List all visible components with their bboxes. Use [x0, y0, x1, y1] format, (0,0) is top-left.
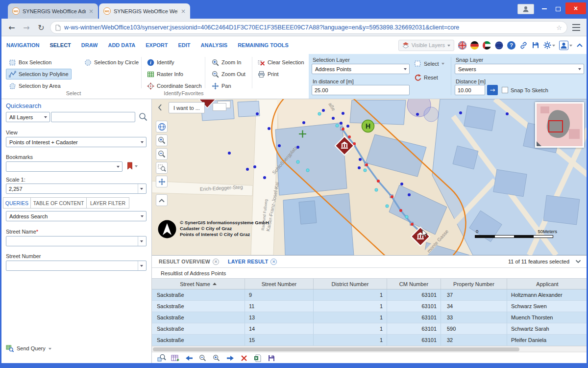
tab-table-of-content[interactable]: TABLE OF CONTENT: [30, 197, 87, 209]
settings-button[interactable]: [543, 41, 555, 49]
close-button[interactable]: ×: [565, 2, 586, 14]
collapse-sidebar-button[interactable]: [158, 104, 162, 111]
selection-by-circle-tool[interactable]: Selection by Circle: [81, 57, 142, 68]
quicksearch-search-button[interactable]: [139, 112, 147, 121]
uk-flag-icon[interactable]: [458, 41, 466, 50]
selection-layer-select[interactable]: Address Points: [312, 64, 410, 74]
quicksearch-input[interactable]: [51, 112, 135, 122]
scale-input[interactable]: [6, 184, 138, 193]
i-want-to-button[interactable]: I want to ...: [169, 102, 205, 113]
minimize-button[interactable]: [538, 4, 551, 14]
save-result-button[interactable]: [267, 353, 276, 363]
selection-by-area-tool[interactable]: Selection by Area: [6, 80, 64, 91]
column-header-applicant[interactable]: Applicant: [507, 279, 588, 289]
h-stop-marker[interactable]: H: [362, 120, 374, 132]
previous-result-button[interactable]: [184, 353, 194, 363]
column-header-street-number[interactable]: Street Number: [245, 279, 314, 289]
menu-select[interactable]: SELECT: [49, 42, 71, 48]
tab-queries[interactable]: QUERIES: [3, 197, 31, 209]
clear-selection-tool[interactable]: Clear Selection: [255, 57, 307, 68]
scrollbar-thumb[interactable]: [153, 347, 519, 351]
street-name-combo[interactable]: [6, 236, 147, 246]
raster-info-tool[interactable]: Raster Info: [144, 69, 186, 79]
menu-analysis[interactable]: ANALYSIS: [201, 42, 228, 48]
overview-globe-button[interactable]: [156, 121, 168, 132]
tab-layer-filter[interactable]: LAYER FILTER: [86, 197, 129, 209]
view-select[interactable]: Points of Interest + Cadaster: [6, 137, 147, 147]
selection-by-polyline-tool[interactable]: Selection by Polyline: [6, 69, 72, 79]
quicksearch-layer-select[interactable]: All Layers: [6, 112, 50, 122]
globe-dark-icon[interactable]: [495, 41, 503, 50]
table-row[interactable]: Sackstraße 14 1 63101 590 Schwartz Sarah: [152, 323, 588, 335]
save-button[interactable]: [532, 41, 539, 49]
pan-tool[interactable]: Pan: [209, 80, 234, 91]
snap-layer-select[interactable]: Sewers: [455, 64, 584, 74]
street-number-dropdown-button[interactable]: [138, 261, 146, 270]
map-zoom-in-button[interactable]: [156, 134, 168, 146]
bookmark-star-icon[interactable]: ☆: [556, 24, 562, 31]
column-header-cm-number[interactable]: CM Number: [387, 279, 441, 289]
tab-layer-result[interactable]: LAYER RESULT ×: [228, 259, 277, 265]
reset-button[interactable]: Reset: [414, 74, 438, 81]
close-tab-icon[interactable]: ×: [270, 259, 277, 265]
tab-close-icon[interactable]: ×: [89, 8, 94, 15]
menu-edit[interactable]: EDIT: [178, 42, 191, 48]
reload-button[interactable]: ↻: [35, 22, 47, 33]
distance-input[interactable]: [312, 85, 410, 95]
url-field[interactable]: w-ws-wintner/WebOffice103/synserver;jses…: [50, 21, 567, 34]
menu-export[interactable]: EXPORT: [146, 42, 168, 48]
close-tab-icon[interactable]: ×: [213, 259, 219, 265]
column-header-street-name[interactable]: Street Name: [152, 279, 245, 289]
add-bookmark-button[interactable]: [126, 162, 138, 170]
column-header-district-number[interactable]: District Number: [314, 279, 387, 289]
print-tool[interactable]: Print: [255, 69, 282, 79]
bookmarks-select[interactable]: [6, 161, 122, 172]
menu-navigation[interactable]: NAVIGATION: [6, 42, 39, 48]
menu-remaining-tools[interactable]: REMAINING TOOLS: [238, 42, 289, 48]
street-name-input[interactable]: [6, 237, 138, 246]
table-row[interactable]: Sackstraße 13 1 63101 33 Muench Thorsten: [152, 312, 588, 323]
browser-tab-web[interactable]: wo SYNERGIS WebOffice Web ×: [99, 3, 190, 19]
zoom-out-tool[interactable]: Zoom Out: [209, 69, 248, 79]
zoom-out-result-button[interactable]: [198, 353, 207, 363]
snap-to-sketch-checkbox[interactable]: [502, 87, 508, 93]
zoom-in-tool[interactable]: Zoom In: [209, 57, 244, 68]
horizontal-scrollbar[interactable]: [152, 346, 588, 352]
attribute-table-button[interactable]: [171, 353, 180, 363]
collapse-tools-button[interactable]: [156, 194, 168, 206]
browser-menu-button[interactable]: [570, 22, 582, 33]
tab-close-icon[interactable]: ×: [181, 8, 186, 15]
germany-flag-icon[interactable]: [470, 41, 479, 50]
tab-result-overview[interactable]: RESULT OVERVIEW ×: [159, 259, 219, 265]
coordinate-search-tool[interactable]: Coordinate Search: [144, 80, 205, 91]
maximize-button[interactable]: [552, 4, 564, 14]
street-number-input[interactable]: [6, 261, 138, 270]
collapse-ribbon-button[interactable]: [576, 43, 583, 48]
link-button[interactable]: [519, 41, 528, 50]
map-zoom-out-button[interactable]: [156, 148, 168, 160]
table-row[interactable]: Sackstraße 9 1 63101 37 Holtzmann Alexan…: [152, 289, 588, 301]
forward-button[interactable]: →: [21, 22, 32, 33]
zoom-window-button[interactable]: [156, 162, 168, 174]
identify-tool[interactable]: i Identify: [144, 57, 177, 68]
zoom-in-result-button[interactable]: [212, 353, 221, 363]
zoom-to-selection-button[interactable]: [157, 353, 166, 363]
remove-result-button[interactable]: [239, 353, 248, 363]
street-name-dropdown-button[interactable]: [138, 237, 146, 246]
table-row[interactable]: Sackstraße 11 1 63101 34 Schwarz Swen: [152, 301, 588, 312]
browser-tab-admin[interactable]: wo SYNERGIS WebOffice Adm ×: [8, 3, 98, 19]
collapse-panel-button[interactable]: [575, 260, 581, 263]
query-select[interactable]: Address Search: [6, 211, 147, 221]
column-header-property-number[interactable]: Property Number: [441, 279, 507, 289]
menu-add-data[interactable]: ADD DATA: [108, 42, 135, 48]
street-number-combo[interactable]: [6, 261, 147, 271]
overview-resize-handle[interactable]: [537, 141, 541, 146]
snap-distance-input[interactable]: [455, 85, 485, 95]
table-row[interactable]: Sackstraße 15 1 63101 32 Pfeifer Daniela: [152, 335, 588, 346]
back-button[interactable]: ←: [6, 22, 18, 33]
scale-dropdown-button[interactable]: [138, 184, 146, 193]
visible-layers-dropdown[interactable]: Visible Layers: [398, 40, 454, 51]
export-excel-button[interactable]: [253, 353, 262, 363]
box-selection-tool[interactable]: Box Selection: [6, 57, 54, 68]
apply-snap-button[interactable]: →: [487, 85, 498, 95]
